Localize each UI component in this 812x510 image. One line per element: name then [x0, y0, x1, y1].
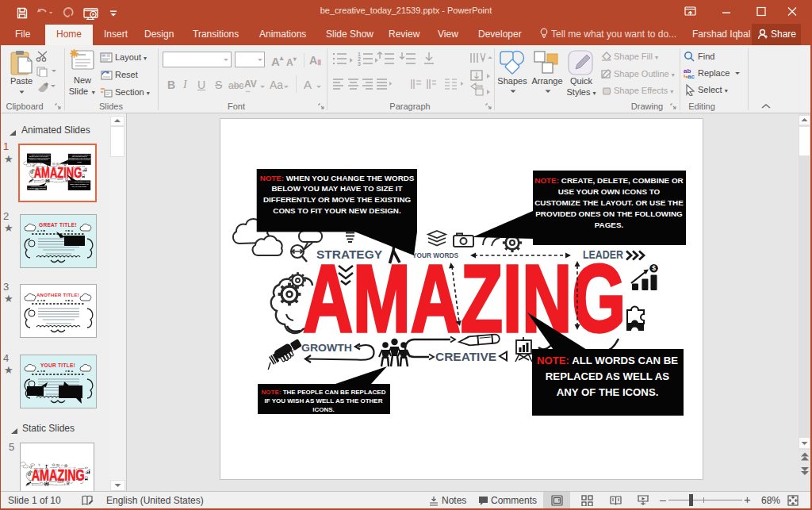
svg-text:GREAT TITLE!: GREAT TITLE!: [39, 222, 77, 228]
svg-text:ac: ac: [688, 73, 695, 79]
svg-text:3: 3: [358, 61, 361, 67]
svg-text:ANOTHER TITLE!: ANOTHER TITLE!: [36, 293, 79, 297]
svg-text:YOUR TITLE!: YOUR TITLE!: [40, 362, 75, 368]
